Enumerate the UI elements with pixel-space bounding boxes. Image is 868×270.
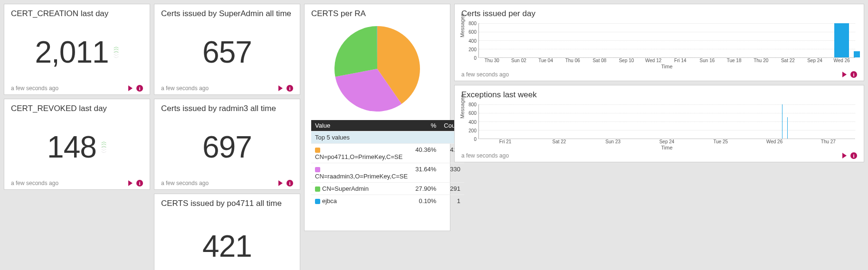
timestamp: a few seconds ago bbox=[461, 71, 509, 78]
metric-wrap: 657 bbox=[161, 21, 293, 83]
column-3: CERTS per RA Value % Count Top 5 values … bbox=[304, 4, 450, 270]
panel-issued-per-day: Certs issued per day Messages 0200400600… bbox=[454, 4, 864, 81]
metric-wrap: 148 ︿︿︿ ﹀﹀﹀ bbox=[11, 116, 143, 178]
play-icon[interactable] bbox=[128, 85, 133, 91]
info-icon[interactable]: i bbox=[850, 152, 857, 159]
legend-label: ejbca bbox=[322, 197, 337, 205]
legend-pct: 31.64% bbox=[411, 163, 440, 183]
timestamp: a few seconds ago bbox=[11, 85, 58, 92]
y-ticks: 0200400600800 bbox=[461, 104, 477, 139]
panel-footer: a few seconds ago i bbox=[11, 85, 143, 92]
metric-wrap: 2,011 ︿︿︿ ﹀﹀﹀ bbox=[11, 21, 143, 83]
x-axis-label: Time bbox=[661, 145, 672, 150]
metric-value: 2,011 bbox=[35, 37, 108, 67]
panel-po4711: CERTS issued by po4711 all time 421 bbox=[154, 194, 300, 270]
x-axis-label: Time bbox=[661, 64, 672, 69]
timestamp: a few seconds ago bbox=[461, 152, 509, 159]
info-icon[interactable]: i bbox=[286, 85, 293, 92]
pie-legend-table: Value % Count Top 5 values CN=po4711,O=P… bbox=[311, 120, 464, 207]
column-2: Certs issued by SuperAdmin all time 657 … bbox=[154, 4, 300, 270]
play-icon[interactable] bbox=[842, 72, 847, 77]
panel-footer: a few seconds ago i bbox=[461, 152, 857, 159]
plot-area bbox=[478, 104, 855, 139]
plot-area bbox=[478, 23, 855, 58]
chart-exceptions: Messages 0200400600800 Time Fri 21Sat 22… bbox=[461, 104, 857, 149]
panel-footer: a few seconds ago i bbox=[161, 180, 293, 186]
x-axis: Time Fri 21Sat 22Sun 23Sep 24Tue 25Wed 2… bbox=[478, 139, 855, 149]
panel-footer: a few seconds ago i bbox=[461, 71, 857, 78]
legend-label: CN=raadmin3,O=PrimeKey,C=SE bbox=[315, 173, 408, 180]
legend-count: 1 bbox=[440, 195, 464, 207]
panel-cert-creation: CERT_CREATION last day 2,011 ︿︿︿ ﹀﹀﹀ a f… bbox=[4, 4, 150, 95]
legend-pct: 27.90% bbox=[411, 183, 440, 195]
metric-wrap: 421 bbox=[161, 211, 293, 270]
panel-title: CERT_CREATION last day bbox=[11, 9, 143, 19]
legend-label: CN=SuperAdmin bbox=[322, 185, 369, 192]
legend-count: 330 bbox=[440, 163, 464, 183]
top5-label: Top 5 values bbox=[311, 131, 464, 144]
col-value: Value bbox=[311, 120, 411, 131]
legend-row: CN=raadmin3,O=PrimeKey,C=SE31.64%330 bbox=[311, 163, 464, 183]
dashboard-grid: CERT_CREATION last day 2,011 ︿︿︿ ﹀﹀﹀ a f… bbox=[0, 0, 868, 270]
metric-value: 697 bbox=[202, 132, 252, 162]
panel-footer: a few seconds ago i bbox=[161, 85, 293, 92]
legend-pct: 40.36% bbox=[411, 144, 440, 163]
panel-title: CERTS issued by po4711 all time bbox=[161, 199, 293, 208]
panel-cert-revoked: CERT_REVOKED last day 148 ︿︿︿ ﹀﹀﹀ a few … bbox=[4, 99, 150, 190]
panel-title: CERTS per RA bbox=[311, 9, 443, 19]
x-axis: Time Thu 30Sun 02Tue 04Thu 06Sat 08Sep 1… bbox=[478, 58, 855, 68]
play-icon[interactable] bbox=[842, 153, 847, 158]
column-1: CERT_CREATION last day 2,011 ︿︿︿ ﹀﹀﹀ a f… bbox=[4, 4, 150, 270]
timestamp: a few seconds ago bbox=[161, 180, 209, 186]
pie-chart bbox=[311, 21, 443, 120]
info-icon[interactable]: i bbox=[286, 180, 293, 186]
metric-value: 421 bbox=[202, 231, 252, 261]
chart-issued: Messages 0200400600800 Time Thu 30Sun 02… bbox=[461, 23, 857, 68]
col-pct: % bbox=[411, 120, 440, 131]
panel-title: Certs issued by radmin3 all time bbox=[161, 104, 293, 113]
info-icon[interactable]: i bbox=[136, 85, 143, 92]
metric-value: 148 bbox=[47, 132, 96, 162]
pie-svg bbox=[334, 26, 420, 112]
panel-certs-per-ra: CERTS per RA Value % Count Top 5 values … bbox=[304, 4, 450, 231]
play-icon[interactable] bbox=[278, 180, 283, 186]
trend-up-icon: ︿︿︿ ﹀﹀﹀ bbox=[101, 140, 107, 154]
info-icon[interactable]: i bbox=[136, 180, 143, 186]
panel-title: Certs issued by SuperAdmin all time bbox=[161, 9, 293, 19]
panel-exceptions: Exceptions last week Messages 0200400600… bbox=[454, 85, 864, 162]
panel-footer: a few seconds ago i bbox=[11, 180, 143, 186]
legend-label: CN=po4711,O=PrimeKey,C=SE bbox=[315, 153, 402, 160]
column-4: Certs issued per day Messages 0200400600… bbox=[454, 4, 864, 270]
trend-up-icon: ︿︿︿ ﹀﹀﹀ bbox=[114, 46, 119, 59]
legend-pct: 0.10% bbox=[411, 195, 440, 207]
info-icon[interactable]: i bbox=[850, 71, 857, 78]
metric-value: 657 bbox=[202, 37, 252, 67]
panel-title: CERT_REVOKED last day bbox=[11, 104, 143, 113]
y-ticks: 0200400600800 bbox=[461, 23, 477, 58]
play-icon[interactable] bbox=[128, 180, 133, 186]
legend-row: ejbca0.10%1 bbox=[311, 195, 464, 207]
legend-count: 291 bbox=[440, 183, 464, 195]
panel-title: Exceptions last week bbox=[461, 90, 857, 100]
panel-title: Certs issued per day bbox=[461, 9, 857, 19]
panel-radmin3: Certs issued by radmin3 all time 697 a f… bbox=[154, 99, 300, 190]
legend-row: CN=po4711,O=PrimeKey,C=SE40.36%421 bbox=[311, 144, 464, 163]
panel-superadmin: Certs issued by SuperAdmin all time 657 … bbox=[154, 4, 300, 95]
legend-row: CN=SuperAdmin27.90%291 bbox=[311, 183, 464, 195]
play-icon[interactable] bbox=[278, 85, 283, 91]
timestamp: a few seconds ago bbox=[11, 180, 58, 186]
metric-wrap: 697 bbox=[161, 116, 293, 178]
timestamp: a few seconds ago bbox=[161, 85, 209, 92]
